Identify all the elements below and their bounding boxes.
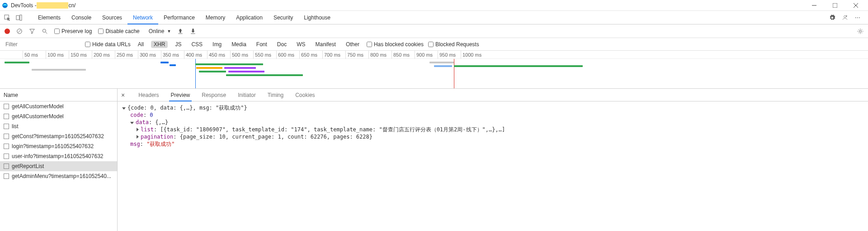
subtab-timing[interactable]: Timing: [266, 89, 286, 101]
disable-cache-label: Disable cache: [105, 28, 139, 34]
request-row-name: getAllCustomerModel: [12, 111, 64, 121]
maximize-button[interactable]: [825, 0, 845, 11]
request-row[interactable]: user-info?timestamp=1610525407632: [0, 151, 117, 161]
timeline-tick: 1000 ms: [461, 51, 481, 59]
settings-icon[interactable]: [829, 14, 835, 21]
network-settings-icon[interactable]: [857, 28, 863, 34]
request-row[interactable]: getReportList: [0, 161, 117, 171]
tab-sources[interactable]: Sources: [97, 11, 127, 24]
tab-network[interactable]: Network: [127, 11, 158, 24]
timeline-tick: 900 ms: [415, 51, 433, 59]
timeline-bar: [429, 62, 454, 63]
search-icon[interactable]: [42, 28, 48, 34]
type-filter-manifest[interactable]: Manifest: [313, 41, 339, 48]
request-row[interactable]: getAdminMenu?timestamp=161052540...: [0, 171, 117, 181]
network-timeline[interactable]: 50 ms100 ms150 ms200 ms250 ms300 ms350 m…: [0, 51, 868, 89]
inspect-icon[interactable]: [4, 14, 11, 21]
type-filter-xhr[interactable]: XHR: [151, 41, 168, 48]
timeline-bar: [32, 69, 86, 71]
request-row[interactable]: login?timestamp=1610525407632: [0, 141, 117, 151]
window-controls: [804, 0, 866, 11]
timeline-tick: 300 ms: [138, 51, 156, 59]
tab-memory[interactable]: Memory: [200, 11, 231, 24]
tab-console[interactable]: Console: [66, 11, 97, 24]
type-filter-media[interactable]: Media: [229, 41, 249, 48]
type-filter-font[interactable]: Font: [254, 41, 270, 48]
json-root: {code: 0, data: {,…}, msg: "获取成功"}: [127, 105, 247, 111]
more-icon[interactable]: [854, 14, 861, 21]
json-val-pagination: {page_size: 10, current_page: 1, count: …: [180, 134, 373, 140]
timeline-tick: 800 ms: [368, 51, 387, 59]
minimize-button[interactable]: [804, 0, 825, 11]
timeline-tick: 700 ms: [322, 51, 340, 59]
request-row-name: login?timestamp=1610525407632: [12, 141, 94, 151]
clear-button[interactable]: [16, 28, 23, 34]
request-row-name: user-info?timestamp=1610525407632: [12, 151, 103, 161]
request-row[interactable]: getAllCustomerModel: [0, 101, 117, 111]
close-detail-button[interactable]: ×: [121, 91, 128, 99]
preserve-log-checkbox[interactable]: Preserve log: [54, 28, 92, 34]
type-filter-other[interactable]: Other: [343, 41, 362, 48]
disable-cache-checkbox[interactable]: Disable cache: [98, 28, 139, 34]
tab-lighthouse[interactable]: Lighthouse: [298, 11, 336, 24]
request-row-checkbox: [4, 134, 9, 139]
svg-point-15: [42, 29, 46, 32]
request-row[interactable]: getAllCustomerModel: [0, 111, 117, 121]
blocked-requests-checkbox[interactable]: Blocked Requests: [428, 41, 479, 48]
subtab-initiator[interactable]: Initiator: [236, 89, 257, 101]
has-blocked-cookies-checkbox[interactable]: Has blocked cookies: [367, 41, 424, 48]
download-icon[interactable]: [190, 28, 196, 34]
window-title-prefix: DevTools -: [11, 2, 37, 9]
tab-application[interactable]: Application: [231, 11, 268, 24]
network-split: Name getAllCustomerModelgetAllCustomerMo…: [0, 89, 868, 231]
timeline-tick: 50 ms: [23, 51, 38, 59]
device-toggle-icon[interactable]: [15, 14, 23, 21]
close-window-button[interactable]: [845, 0, 866, 11]
type-filter-doc[interactable]: Doc: [274, 41, 289, 48]
request-row-name: getConst?timestamp=1610525407632: [12, 131, 104, 141]
hide-data-urls-checkbox[interactable]: Hide data URLs: [85, 41, 131, 48]
tab-performance[interactable]: Performance: [158, 11, 200, 24]
window-titlebar: DevTools - cn/: [0, 0, 868, 11]
svg-point-11: [857, 17, 858, 18]
request-row[interactable]: getConst?timestamp=1610525407632: [0, 131, 117, 141]
load-line: [454, 59, 454, 89]
tab-elements[interactable]: Elements: [33, 11, 66, 24]
record-button[interactable]: [5, 29, 10, 34]
upload-icon[interactable]: [177, 28, 184, 34]
filter-icon[interactable]: [29, 28, 35, 34]
account-icon[interactable]: [842, 14, 848, 21]
timeline-bar: [170, 64, 176, 66]
request-list-header[interactable]: Name: [0, 89, 117, 101]
type-filter-img[interactable]: Img: [210, 41, 224, 48]
svg-line-16: [46, 32, 47, 34]
request-row-checkbox: [4, 164, 9, 169]
timeline-tick: 750 ms: [345, 51, 363, 59]
timeline-bar: [160, 62, 169, 63]
request-detail: × HeadersPreviewResponseInitiatorTimingC…: [118, 89, 868, 231]
timeline-tick: 600 ms: [276, 51, 294, 59]
request-row[interactable]: list: [0, 121, 117, 131]
hide-data-urls-label: Hide data URLs: [92, 41, 131, 48]
subtab-headers[interactable]: Headers: [137, 89, 160, 101]
type-filter-ws[interactable]: WS: [294, 41, 308, 48]
timeline-bar: [434, 65, 452, 67]
timeline-tick: 150 ms: [69, 51, 87, 59]
request-row-name: getReportList: [12, 161, 44, 171]
timeline-tick: 450 ms: [207, 51, 225, 59]
throttling-dropdown[interactable]: Online ▼: [146, 28, 171, 34]
window-title-url: [37, 2, 69, 9]
subtab-response[interactable]: Response: [200, 89, 228, 101]
preview-panel[interactable]: {code: 0, data: {,…}, msg: "获取成功"} code:…: [118, 101, 868, 231]
tab-security[interactable]: Security: [268, 11, 298, 24]
request-row-checkbox: [4, 114, 9, 119]
type-filter-all[interactable]: All: [135, 41, 146, 48]
type-filter-css[interactable]: CSS: [189, 41, 205, 48]
filter-input[interactable]: [4, 40, 80, 49]
network-toolbar: Preserve log Disable cache Online ▼: [0, 24, 868, 38]
subtab-cookies[interactable]: Cookies: [293, 89, 316, 101]
subtab-preview[interactable]: Preview: [169, 89, 192, 101]
timeline-tick: 550 ms: [253, 51, 271, 59]
type-filter-js[interactable]: JS: [172, 41, 184, 48]
request-list: Name getAllCustomerModelgetAllCustomerMo…: [0, 89, 118, 231]
